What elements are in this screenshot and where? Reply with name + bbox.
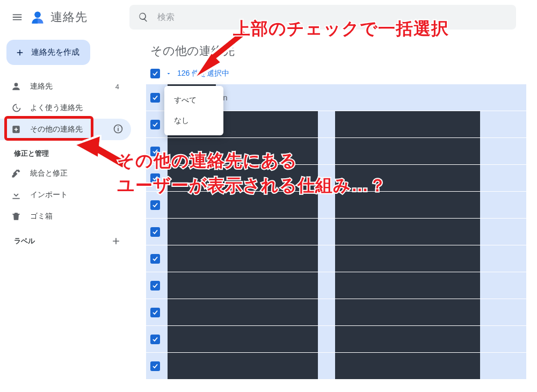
check-icon [151,282,159,289]
contact-row[interactable] [146,272,526,299]
redacted-name [168,219,318,245]
svg-point-4 [118,126,119,127]
add-label-button[interactable] [111,236,121,246]
create-contact-label: 連絡先を作成 [31,47,79,57]
fix-manage-header: 修正と管理 [3,140,131,163]
redacted-name [168,299,318,325]
contacts-count: 4 [115,83,124,91]
download-icon [11,190,21,200]
page-title: その他の連絡先 [150,43,526,59]
row-checkbox[interactable] [150,120,160,129]
selection-menu-all[interactable]: すべて [164,90,223,111]
sidebar-item-contacts[interactable]: 連絡先 4 [0,76,131,97]
check-icon [151,362,159,370]
sidebar-item-label: よく使う連絡先 [30,103,83,113]
sidebar-item-label: 統合と修正 [30,169,68,178]
check-icon [151,70,159,77]
selection-dropdown-menu: すべて なし [164,86,223,135]
check-icon [151,228,159,236]
select-all-checkbox[interactable] [150,69,160,78]
check-icon [151,336,159,343]
redacted-email [335,245,480,272]
person-icon [11,81,21,92]
sidebar-item-merge-fix[interactable]: 統合と修正 [0,163,131,184]
check-icon [151,255,159,263]
contact-row[interactable] [146,352,526,379]
check-icon [151,201,159,209]
row-checkbox[interactable] [150,281,160,291]
annotation-text-mid: その他の連絡先にある ユーザーが表示される仕組み…？ [117,148,387,198]
redacted-name [168,326,318,352]
check-icon [151,309,159,316]
sidebar-item-label: ゴミ箱 [30,212,53,221]
info-icon[interactable] [113,124,124,136]
check-icon [151,121,159,128]
selection-menu-none[interactable]: なし [164,111,223,131]
caret-down-icon [165,70,172,77]
check-icon [151,94,159,101]
row-checkbox[interactable] [150,254,160,264]
contact-row[interactable] [146,245,526,272]
trash-icon [11,211,21,222]
redacted-email [335,272,480,299]
history-icon [11,103,21,113]
redacted-name [168,245,318,272]
app-title: 連絡先 [50,9,88,25]
sidebar-item-trash[interactable]: ゴミ箱 [0,206,131,227]
selection-count-text: 126 件を選択中 [177,69,229,78]
sidebar-item-other-contacts[interactable]: その他の連絡先 [0,119,131,140]
sidebar-item-label: インポート [30,190,68,200]
row-checkbox[interactable] [150,361,160,371]
sidebar-item-frequent[interactable]: よく使う連絡先 [0,97,131,119]
redacted-email [335,353,480,379]
contact-row[interactable] [146,325,526,352]
contact-row[interactable] [146,299,526,325]
sidebar-item-label: 連絡先 [30,82,53,91]
row-checkbox[interactable] [150,227,160,237]
tools-icon [11,168,21,179]
sidebar-item-import[interactable]: インポート [0,184,131,206]
redacted-email [335,219,480,245]
redacted-email [335,299,480,325]
redacted-name [168,272,318,299]
plus-icon [15,48,25,57]
row-checkbox[interactable] [150,308,160,317]
hamburger-icon [11,11,23,23]
sidebar-item-label: その他の連絡先 [30,125,83,134]
row-checkbox[interactable] [150,200,160,210]
labels-header: ラベル [3,227,131,251]
plus-icon [111,236,121,246]
hamburger-menu-button[interactable] [6,6,28,28]
redacted-email [335,111,480,137]
row-checkbox[interactable] [150,93,160,103]
redacted-name [168,353,318,379]
contacts-logo-icon [30,10,45,25]
other-contacts-icon [11,124,21,135]
annotation-text-top: 上部のチェックで一括選択 [233,16,449,41]
contact-row[interactable] [146,218,526,245]
create-contact-button[interactable]: 連絡先を作成 [6,40,90,65]
redacted-email [335,326,480,352]
search-icon [138,12,149,23]
selection-dropdown-caret[interactable] [165,70,172,77]
row-checkbox[interactable] [150,335,160,344]
svg-point-0 [34,12,41,18]
